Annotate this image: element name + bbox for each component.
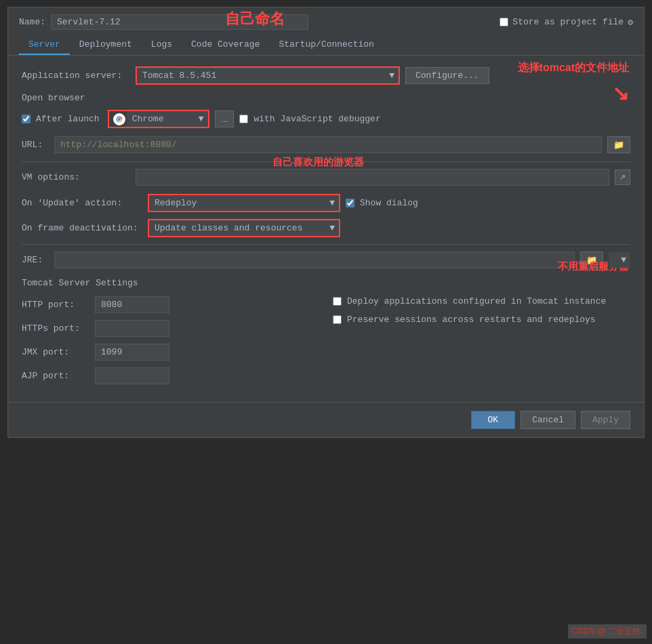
chrome-icon bbox=[113, 113, 125, 125]
annotation-tomcat: 选择tomcat的文件地址 bbox=[518, 61, 629, 75]
gear-icon[interactable]: ⚙ bbox=[628, 17, 633, 28]
cancel-button[interactable]: Cancel bbox=[521, 411, 575, 429]
vm-options-row: VM options: ↗ bbox=[22, 169, 630, 186]
name-label: Name: bbox=[19, 17, 45, 27]
header-row: Name: 自己命名 Store as project file ⚙ bbox=[8, 7, 644, 35]
https-port-row: HTTPs port: bbox=[22, 320, 319, 337]
tabs-bar: Server Deployment Logs Code Coverage Sta… bbox=[8, 35, 644, 56]
ports-column: HTTP port: HTTPs port: JMX port: AJP por… bbox=[22, 296, 319, 391]
open-browser-section: Open browser After launch bbox=[22, 93, 630, 128]
after-launch-label: After launch bbox=[36, 114, 100, 124]
ok-button[interactable]: OK bbox=[471, 411, 516, 429]
with-js-label: with JavaScript debugger bbox=[253, 114, 380, 124]
tab-code-coverage[interactable]: Code Coverage bbox=[182, 35, 269, 55]
url-input[interactable] bbox=[54, 136, 602, 153]
tab-content: Application server: Tomcat 8.5.451 ▼ Con… bbox=[8, 56, 644, 402]
url-folder-button[interactable]: 📁 bbox=[607, 136, 630, 153]
deploy-apps-label: Deploy applications configured in Tomcat… bbox=[347, 296, 606, 306]
browser-select[interactable]: Chrome Firefox Edge bbox=[127, 111, 208, 127]
vm-options-input[interactable] bbox=[136, 169, 609, 186]
app-server-label: Application server: bbox=[22, 71, 130, 81]
on-frame-select[interactable]: Update classes and resources Do nothing … bbox=[149, 220, 339, 236]
arrow-tomcat: ↘ bbox=[612, 81, 629, 105]
deploy-apps-checkbox[interactable] bbox=[333, 297, 342, 306]
on-update-select[interactable]: Redeploy Restart server Update classes a… bbox=[149, 195, 339, 211]
annotation-name: 自己命名 bbox=[225, 9, 285, 29]
apply-button[interactable]: Apply bbox=[581, 411, 630, 429]
on-frame-select-wrapper: Update classes and resources Do nothing … bbox=[148, 219, 340, 237]
vm-options-label: VM options: bbox=[22, 172, 130, 182]
preserve-sessions-row: Preserve sessions across restarts and re… bbox=[333, 315, 630, 325]
vm-expand-button[interactable]: ↗ bbox=[615, 169, 630, 185]
divider-2 bbox=[22, 244, 630, 245]
bottom-buttons: OK Cancel Apply bbox=[8, 402, 644, 437]
tab-logs[interactable]: Logs bbox=[142, 35, 182, 55]
preserve-sessions-checkbox[interactable] bbox=[333, 315, 342, 324]
https-port-label: HTTPs port: bbox=[22, 323, 89, 334]
jmx-port-row: JMX port: bbox=[22, 344, 319, 361]
browser-row: After launch Chrome Fir bbox=[22, 110, 630, 128]
configure-button[interactable]: Configure... bbox=[405, 67, 489, 84]
header-right: Store as project file ⚙ bbox=[500, 17, 633, 28]
svg-point-2 bbox=[118, 118, 121, 121]
options-column: Deploy applications configured in Tomcat… bbox=[333, 296, 630, 391]
on-frame-row: On frame deactivation: Update classes an… bbox=[22, 219, 630, 237]
jre-input[interactable] bbox=[54, 251, 575, 268]
chrome-select-wrapper: Chrome Firefox Edge ▼ bbox=[108, 110, 209, 128]
url-row: URL: 📁 bbox=[22, 136, 630, 153]
on-update-label: On 'Update' action: bbox=[22, 198, 142, 208]
ajp-port-label: AJP port: bbox=[22, 371, 89, 381]
tomcat-settings-section: Tomcat Server Settings HTTP port: HTTPs … bbox=[22, 278, 630, 391]
on-update-select-wrapper: Redeploy Restart server Update classes a… bbox=[148, 194, 340, 212]
https-port-input[interactable] bbox=[95, 320, 169, 337]
deploy-apps-row: Deploy applications configured in Tomcat… bbox=[333, 296, 630, 306]
tomcat-settings-title: Tomcat Server Settings bbox=[22, 278, 630, 288]
store-as-project-label: Store as project file bbox=[512, 17, 624, 27]
app-server-select-wrapper: Tomcat 8.5.451 ▼ bbox=[136, 66, 400, 85]
csdn-watermark: CSDN @ 二价亚铁. bbox=[568, 624, 647, 639]
jmx-port-input[interactable] bbox=[95, 344, 169, 361]
open-browser-label: Open browser bbox=[22, 93, 630, 103]
preserve-sessions-label: Preserve sessions across restarts and re… bbox=[347, 315, 596, 325]
jre-select-wrapper: ▼ bbox=[609, 252, 630, 268]
ajp-port-input[interactable] bbox=[95, 367, 169, 384]
ajp-port-row: AJP port: bbox=[22, 367, 319, 384]
tab-server[interactable]: Server bbox=[19, 35, 70, 55]
show-dialog-label: Show dialog bbox=[360, 198, 418, 208]
tab-deployment[interactable]: Deployment bbox=[70, 35, 142, 55]
on-update-row: On 'Update' action: Redeploy Restart ser… bbox=[22, 194, 630, 212]
http-port-label: HTTP port: bbox=[22, 300, 89, 310]
with-js-debugger-checkbox[interactable] bbox=[239, 115, 248, 123]
jre-row: JRE: 📁 ▼ bbox=[22, 251, 630, 268]
show-dialog-checkbox[interactable] bbox=[346, 199, 354, 207]
run-debug-dialog: Name: 自己命名 Store as project file ⚙ Serve… bbox=[7, 7, 645, 438]
app-server-select[interactable]: Tomcat 8.5.451 bbox=[137, 68, 399, 83]
http-port-row: HTTP port: bbox=[22, 296, 319, 313]
after-launch-checkbox[interactable] bbox=[22, 115, 30, 123]
tab-startup-connection[interactable]: Startup/Connection bbox=[269, 35, 383, 55]
port-grid: HTTP port: HTTPs port: JMX port: AJP por… bbox=[22, 296, 630, 391]
on-frame-label: On frame deactivation: bbox=[22, 223, 142, 233]
http-port-input[interactable] bbox=[95, 296, 169, 313]
jre-select[interactable] bbox=[609, 252, 630, 268]
jre-label: JRE: bbox=[22, 255, 49, 265]
jmx-port-label: JMX port: bbox=[22, 347, 89, 357]
url-label: URL: bbox=[22, 140, 49, 150]
store-as-project-checkbox[interactable] bbox=[500, 18, 508, 26]
annotation-browser: 自己喜欢用的游览器 bbox=[272, 156, 364, 169]
browse-button[interactable]: ... bbox=[215, 110, 235, 127]
